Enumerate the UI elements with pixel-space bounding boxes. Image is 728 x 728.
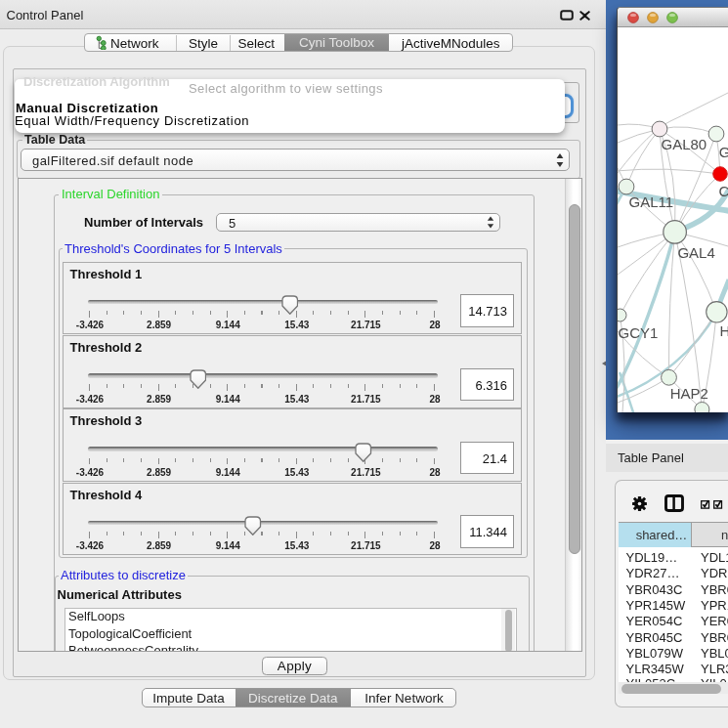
svg-text:GCY1: GCY1 (619, 324, 659, 341)
svg-text:GAL4: GAL4 (677, 244, 714, 261)
svg-text:GAL80: GAL80 (662, 136, 707, 152)
svg-text:H: H (720, 322, 728, 339)
svg-text:HAP2: HAP2 (670, 385, 708, 402)
svg-text:C: C (719, 183, 728, 199)
svg-text:GAL11: GAL11 (629, 193, 674, 210)
svg-text:GA: GA (719, 144, 728, 160)
